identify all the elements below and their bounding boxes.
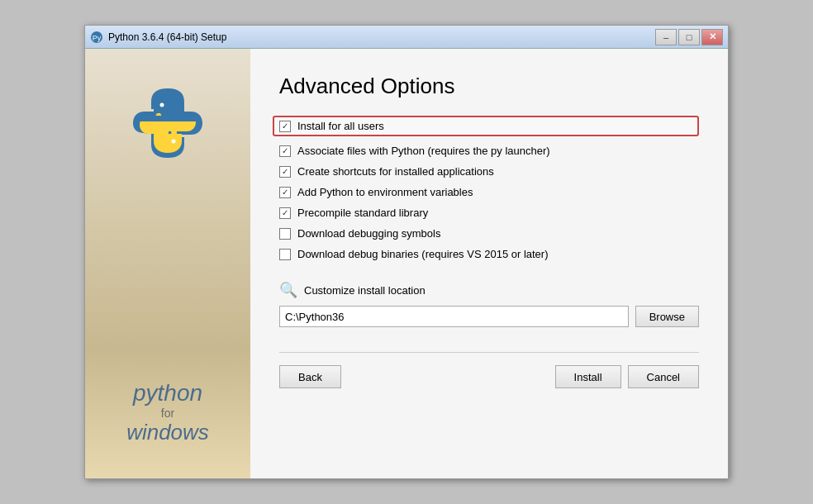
- option-item-precompile: Precompile standard library: [279, 207, 699, 219]
- sidebar-python-label: python: [126, 380, 209, 407]
- option-item-associate-files: Associate files with Python (requires th…: [279, 145, 699, 157]
- titlebar-buttons: – □ ✕: [655, 29, 723, 45]
- setup-window: Py Python 3.6.4 (64-bit) Setup – □ ✕: [84, 25, 729, 479]
- titlebar-left: Py Python 3.6.4 (64-bit) Setup: [90, 31, 226, 44]
- python-titlebar-icon: Py: [90, 31, 103, 44]
- content-area: python for windows Advanced Options Inst…: [85, 49, 728, 478]
- svg-text:Py: Py: [93, 34, 102, 42]
- customize-label: 🔍 Customize install location: [279, 281, 699, 299]
- watermark-icon: 🔍: [279, 281, 297, 299]
- customize-section: 🔍 Customize install location Browse: [279, 281, 699, 327]
- option-label-precompile: Precompile standard library: [297, 207, 428, 219]
- python-logo: [126, 82, 209, 167]
- checkbox-precompile[interactable]: [279, 207, 291, 219]
- option-label-create-shortcuts: Create shortcuts for installed applicati…: [297, 165, 494, 178]
- option-item-add-env-vars: Add Python to environment variables: [279, 186, 699, 198]
- option-item-install-all-users: Install for all users: [273, 116, 699, 136]
- python-logo-svg: [126, 82, 209, 164]
- checkbox-install-all-users[interactable]: [279, 121, 291, 132]
- customize-label-text: Customize install location: [304, 284, 426, 297]
- titlebar: Py Python 3.6.4 (64-bit) Setup – □ ✕: [85, 26, 728, 49]
- close-button[interactable]: ✕: [701, 29, 723, 45]
- sidebar-text: python for windows: [126, 380, 209, 462]
- option-label-debug-binaries: Download debug binaries (requires VS 201…: [297, 248, 549, 260]
- options-list: Install for all usersAssociate files wit…: [279, 116, 699, 260]
- svg-point-6: [172, 140, 176, 144]
- checkbox-add-env-vars[interactable]: [279, 187, 291, 198]
- sidebar: python for windows: [85, 49, 250, 478]
- window-title: Python 3.6.4 (64-bit) Setup: [108, 31, 226, 43]
- option-label-install-all-users: Install for all users: [297, 120, 384, 132]
- footer-right: Install Cancel: [555, 365, 699, 388]
- option-item-create-shortcuts: Create shortcuts for installed applicati…: [279, 165, 699, 178]
- back-button[interactable]: Back: [279, 365, 341, 388]
- option-label-debug-symbols: Download debugging symbols: [297, 227, 440, 240]
- install-button[interactable]: Install: [555, 365, 621, 388]
- main-content: Advanced Options Install for all usersAs…: [250, 49, 728, 478]
- checkbox-associate-files[interactable]: [279, 145, 291, 157]
- checkbox-debug-binaries[interactable]: [279, 249, 291, 260]
- checkbox-debug-symbols[interactable]: [279, 228, 291, 240]
- option-label-associate-files: Associate files with Python (requires th…: [297, 145, 550, 157]
- sidebar-windows-label: windows: [126, 420, 209, 445]
- install-path-row: Browse: [279, 306, 699, 327]
- sidebar-for-label: for: [126, 407, 209, 420]
- cancel-button[interactable]: Cancel: [628, 365, 699, 388]
- browse-button[interactable]: Browse: [635, 306, 699, 327]
- page-title: Advanced Options: [279, 74, 699, 99]
- svg-point-5: [160, 103, 164, 107]
- maximize-button[interactable]: □: [678, 29, 700, 45]
- option-label-add-env-vars: Add Python to environment variables: [297, 186, 473, 198]
- footer-buttons: Back Install Cancel: [279, 352, 699, 388]
- checkbox-create-shortcuts[interactable]: [279, 166, 291, 178]
- footer-left: Back: [279, 365, 341, 388]
- minimize-button[interactable]: –: [655, 29, 677, 45]
- option-item-debug-binaries: Download debug binaries (requires VS 201…: [279, 248, 699, 260]
- option-item-debug-symbols: Download debugging symbols: [279, 227, 699, 240]
- install-path-input[interactable]: [279, 306, 629, 327]
